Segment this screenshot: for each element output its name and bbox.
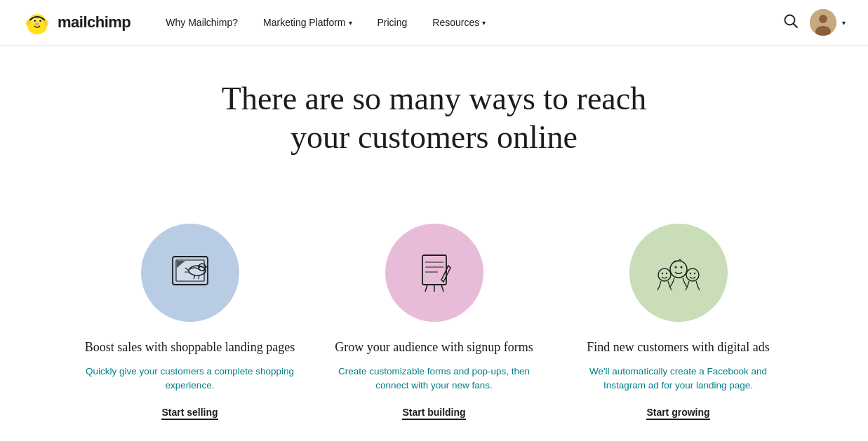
svg-point-32 [658,269,671,281]
resources-chevron-icon: ▾ [482,19,486,27]
hero-title: There are so many ways to reach your cus… [189,79,680,156]
avatar[interactable] [810,9,836,36]
svg-point-8 [34,20,36,22]
logo-text: mailchimp [58,13,131,32]
card-digital-ads: Find new customers with digital ads We'l… [573,224,784,420]
svg-point-29 [670,261,687,278]
svg-line-26 [425,285,427,292]
hero-section: There are so many ways to reach your cus… [0,46,868,207]
card-signup-forms-link[interactable]: Start building [402,407,465,420]
signup-forms-illustration [403,241,466,304]
landing-pages-illustration [159,241,222,304]
svg-point-10 [35,22,39,25]
user-avatar-group[interactable]: ▾ [810,9,846,36]
svg-point-9 [39,20,41,22]
card-landing-pages-title: Boost sales with shoppable landing pages [85,339,295,355]
svg-point-31 [680,266,682,269]
card-signup-forms-icon-circle [385,224,483,322]
svg-line-12 [794,23,798,27]
logo-icon [22,8,52,37]
nav-pricing[interactable]: Pricing [365,0,420,46]
marketing-platform-chevron-icon: ▾ [349,19,352,27]
search-icon[interactable] [783,13,799,32]
nav-marketing-platform[interactable]: Marketing Platform ▾ [251,0,364,46]
nav-why-mailchimp[interactable]: Why Mailchimp? [153,0,251,46]
card-landing-pages-description: Quickly give your customers a complete s… [85,365,295,393]
card-signup-forms: Grow your audience with signup forms Cre… [329,224,540,420]
nav-resources[interactable]: Resources ▾ [420,0,498,46]
svg-point-37 [693,273,695,274]
svg-point-30 [674,266,676,269]
nav-right: ▾ [783,9,846,36]
digital-ads-illustration [647,241,710,304]
card-digital-ads-link[interactable]: Start growing [646,407,709,420]
main-nav: mailchimp Why Mailchimp? Marketing Platf… [0,0,868,46]
avatar-chevron-icon[interactable]: ▾ [842,19,846,27]
svg-point-33 [661,273,662,274]
svg-point-14 [819,15,827,23]
svg-point-34 [665,273,667,274]
card-digital-ads-icon-circle [629,224,728,322]
svg-rect-21 [422,255,446,285]
card-landing-pages: Boost sales with shoppable landing pages… [85,224,295,420]
svg-point-5 [44,21,48,25]
card-digital-ads-description: We'll automatically create a Facebook an… [573,365,784,393]
nav-links: Why Mailchimp? Marketing Platform ▾ Pric… [153,0,783,46]
card-landing-pages-icon-circle [141,224,239,322]
card-signup-forms-description: Create customizable forms and pop-ups, t… [329,365,540,393]
svg-point-36 [689,273,690,274]
logo[interactable]: mailchimp [22,8,131,37]
card-landing-pages-link[interactable]: Start selling [161,407,218,420]
svg-point-35 [686,269,699,281]
card-digital-ads-title: Find new customers with digital ads [587,339,769,355]
svg-line-27 [441,285,443,292]
cards-section: Boost sales with shoppable landing pages… [48,207,820,441]
svg-point-4 [27,21,31,25]
card-signup-forms-title: Grow your audience with signup forms [335,339,533,355]
